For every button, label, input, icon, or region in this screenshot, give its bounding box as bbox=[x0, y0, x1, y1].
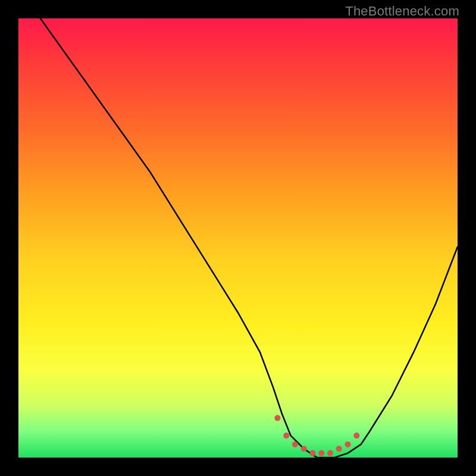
curve-marker bbox=[345, 441, 351, 447]
curve-marker bbox=[318, 450, 324, 456]
bottleneck-curve bbox=[18, 18, 458, 458]
curve-marker bbox=[353, 433, 359, 439]
curve-marker bbox=[327, 450, 333, 456]
curve-marker bbox=[310, 450, 316, 456]
curve-marker bbox=[301, 446, 307, 452]
watermark-text: TheBottleneck.com bbox=[345, 4, 459, 19]
curve-marker bbox=[336, 446, 342, 452]
curve-marker bbox=[283, 433, 289, 439]
curve-marker bbox=[274, 415, 280, 421]
curve-marker bbox=[292, 441, 298, 447]
